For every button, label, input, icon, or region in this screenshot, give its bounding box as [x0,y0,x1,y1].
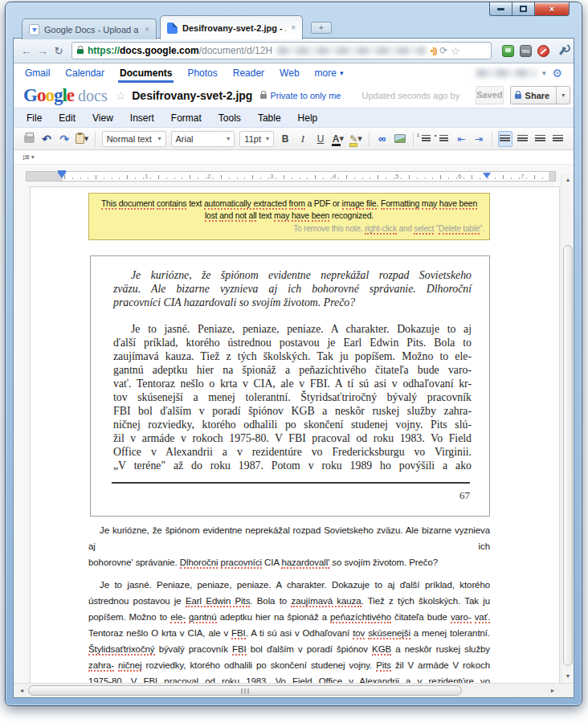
text-segment: Je to jasné. Peniaze, peniaze, peniaze. … [100,580,490,590]
back-button[interactable]: ← [18,44,35,57]
increase-indent-button[interactable]: ⇥ [472,131,486,147]
favorite-star-icon[interactable]: ☆ [116,89,126,102]
chevron-down-icon[interactable]: ▾ [31,153,35,161]
print-button[interactable] [22,131,36,147]
share-dropdown-button[interactable]: ▾ [556,87,570,104]
gbar-link-web[interactable]: Web [280,63,299,83]
scroll-down-arrow[interactable]: ▼ [561,670,574,683]
line-spacing-button[interactable]: ↕≡ [22,153,29,161]
gbar-link-calendar[interactable]: Calendar [65,63,104,83]
bookmark-star-icon[interactable]: ☆ [451,45,460,57]
tab-close-icon[interactable]: × [145,25,149,34]
justify-button[interactable] [551,131,566,147]
menu-format[interactable]: Format [171,112,202,124]
gear-icon[interactable]: ⚙ [552,67,562,80]
gbar-link-reader[interactable]: Reader [233,63,264,83]
bold-button[interactable]: B [278,131,292,147]
extension-icon-green[interactable] [502,45,514,57]
extension-icon-adblock[interactable] [537,45,549,57]
decrease-indent-button[interactable]: ⇤ [454,131,468,147]
scanned-page-image[interactable]: Je kuriózne, že špiónom evidentne neprek… [90,255,490,517]
scroll-left-arrow[interactable]: ◄ [15,684,28,697]
font-select[interactable]: Arial▾ [171,131,235,147]
text-segment: ničnej [118,660,141,672]
menu-table[interactable]: Table [258,112,281,124]
italic-button[interactable]: I [296,131,310,147]
insert-image-button[interactable] [393,131,407,147]
print-icon [24,135,35,143]
horizontal-scrollbar[interactable]: ◄ ► [14,683,574,697]
highlight-color-button[interactable]: ✎▾ [349,131,363,147]
extension-icon-tag[interactable]: TAG [520,45,532,57]
tab-google-docs-upload[interactable]: Google Docs - Upload a F... × [22,18,157,39]
menu-view[interactable]: View [92,112,113,124]
upload-page-favicon [29,24,39,35]
align-center-button[interactable] [516,131,530,147]
share-button[interactable]: Share ▾ [510,86,571,104]
align-right-button[interactable] [533,131,548,147]
privacy-link[interactable]: Private to only me [270,91,341,100]
scroll-right-arrow[interactable]: ► [546,684,559,697]
menu-edit[interactable]: Edit [59,112,76,124]
chevron-down-icon[interactable]: ▾ [542,69,546,77]
sync-icon[interactable]: ⟳ [439,45,447,56]
vertical-scrollbar-thumb[interactable] [563,245,573,666]
google-logo: Google [23,86,74,104]
text-segment: CIA [262,558,281,567]
text-line: 1975-80. V FBI pracoval od roku 1983. Vo… [88,673,490,683]
new-tab-button[interactable]: + [311,22,332,34]
text-color-button[interactable]: A▾ [331,131,345,147]
reload-button[interactable]: ↻ [51,45,67,57]
text-segment: pracovníci [221,558,262,569]
align-left-button[interactable] [498,131,512,147]
forward-button[interactable]: → [35,44,51,57]
ocr-notice-table[interactable]: This document contains text automaticall… [88,193,490,240]
ruler-active-area: 1234567 [63,172,549,181]
right-indent-marker[interactable] [483,173,491,182]
notice-remove-hint: To remove this note, right-click and sel… [89,224,489,233]
text-line: ústrednou postavou je Earl Edwin Pits. B… [88,593,490,609]
saved-button[interactable]: Saved [476,86,503,104]
underline-button[interactable]: U [313,131,328,147]
vertical-scrollbar[interactable]: ▲ ▼ [561,174,574,683]
ocr-extracted-text[interactable]: Je kuriózne, že špiónom evidentne neprek… [88,522,490,683]
menu-help[interactable]: Help [298,112,318,124]
left-indent-marker[interactable] [58,173,66,182]
text-segment: been [312,210,330,222]
text-segment: and [219,210,233,222]
text-line: pracovníci CIA hazardovali so svojím živ… [113,296,472,309]
wrench-menu-icon[interactable] [556,44,569,57]
redo-button[interactable]: ↷ [57,131,71,147]
gbar-link-more[interactable]: more [315,63,337,83]
text-segment: ďalší príklad, ktorého ústrednou postavo… [113,337,472,349]
horizontal-scrollbar-thumb[interactable] [28,685,462,696]
paragraph-style-select[interactable]: Normal text▾ [102,131,166,147]
tab-close-icon[interactable]: × [291,23,296,32]
text-segment: Earl Edwin Pits [186,596,250,607]
web-clipboard-button[interactable]: ▾ [75,131,89,147]
tab-desifrovany-svet[interactable]: Desifrovany-svet-2.jpg - ... × [160,15,303,39]
text-segment: zaujímavá kauza. Tiež z tých školských. … [113,350,472,362]
menu-tools[interactable]: Tools [218,112,241,124]
menu-file[interactable]: File [27,112,42,124]
rss-icon[interactable]: •)) [431,47,436,55]
bullet-list-button[interactable] [436,131,451,147]
gbar-link-photos[interactable]: Photos [187,63,217,83]
document-title[interactable]: Desifrovany-svet-2.jpg [132,89,252,102]
text-segment: zväzu. Ale bizarne vyznieva aj ich bohor… [113,283,472,295]
insert-link-button[interactable]: ∞ [375,131,390,147]
gbar-link-documents[interactable]: Documents [120,63,172,83]
maximize-button[interactable] [512,2,534,16]
url-field[interactable]: https://docs.google.com/document/d/12H •… [71,42,492,59]
scroll-up-arrow[interactable]: ▲ [561,174,574,186]
minimize-button[interactable] [489,2,512,16]
gbar-link-gmail[interactable]: Gmail [25,63,50,83]
ruler[interactable]: 1234567 [26,171,556,182]
font-size-select[interactable]: 11pt▾ [239,131,274,147]
undo-button[interactable]: ↶ [39,131,54,147]
menu-insert[interactable]: Insert [130,112,154,124]
share-lock-icon [515,94,521,99]
text-line: vať. Tentoraz nešlo o krta v CIA, ale v … [113,377,472,390]
numbered-list-button[interactable] [419,131,433,147]
close-button[interactable]: × [534,2,570,16]
